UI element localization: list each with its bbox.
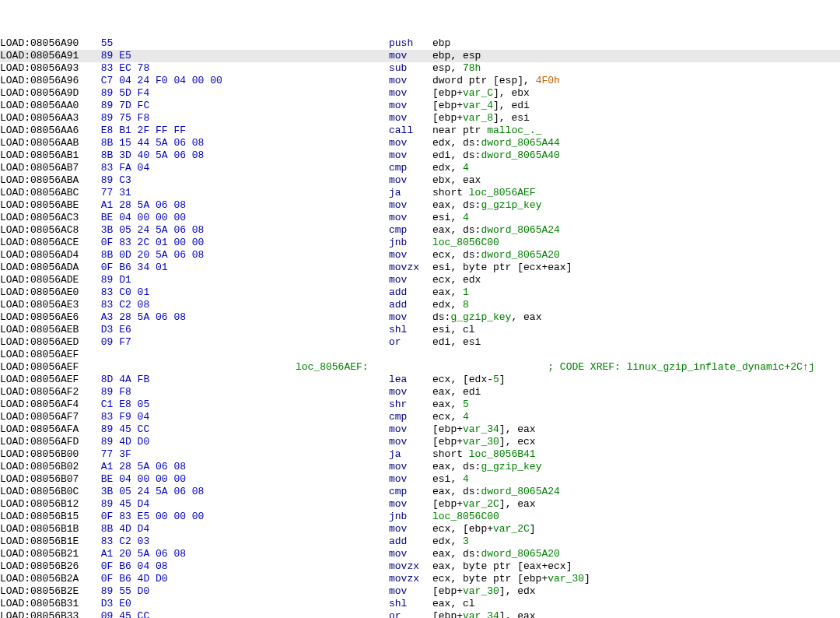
disasm-line[interactable]: LOAD:08056AF4 C1 E8 05shreax, 5 [0, 399, 840, 411]
mnemonic: mov [389, 473, 432, 486]
disasm-line[interactable]: LOAD:08056A9D 89 5D F4mov[ebp+var_C], eb… [0, 87, 840, 100]
disasm-line[interactable]: LOAD:08056AA0 89 7D FCmov[ebp+var_4], ed… [0, 100, 840, 112]
disasm-line[interactable]: LOAD:08056ADE 89 D1movecx, edx [0, 274, 840, 286]
opcode-bytes: C7 04 24 F0 04 00 00 [95, 75, 296, 87]
disasm-line[interactable]: LOAD:08056AC8 3B 05 24 5A 06 08cmpeax, d… [0, 224, 840, 237]
disasm-line[interactable]: LOAD:08056B02 A1 28 5A 06 08moveax, ds:g… [0, 461, 840, 473]
operands: short loc_8056B41 [432, 448, 840, 461]
disasm-line[interactable]: LOAD:08056AEF [0, 349, 840, 361]
opcode-bytes: 83 F9 04 [95, 411, 296, 423]
address-label: LOAD:08056A91 [0, 50, 95, 62]
address-label: LOAD:08056ABE [0, 199, 95, 212]
operands: loc_8056C00 [432, 511, 840, 523]
operands: ecx, edx [432, 274, 840, 286]
disasm-line[interactable]: LOAD:08056B2A 0F B6 4D D0movzxecx, byte … [0, 573, 840, 585]
operands: ecx, [edx-5] [432, 374, 840, 386]
address-label: LOAD:08056AEF [0, 349, 95, 361]
opcode-bytes: 83 FA 04 [95, 162, 296, 174]
disasm-line[interactable]: LOAD:08056AEF loc_8056AEF: ; CODE XREF: … [0, 361, 840, 374]
disasm-line[interactable]: LOAD:08056B0C 3B 05 24 5A 06 08cmpeax, d… [0, 486, 840, 498]
address-label: LOAD:08056AD4 [0, 249, 95, 262]
disasm-line[interactable]: LOAD:08056AF7 83 F9 04cmpecx, 4 [0, 411, 840, 423]
mnemonic: mov [389, 461, 432, 473]
disasm-line[interactable]: LOAD:08056AB7 83 FA 04cmpedx, 4 [0, 162, 840, 174]
mnemonic: mov [389, 75, 432, 87]
disasm-line[interactable]: LOAD:08056AA3 89 75 F8mov[ebp+var_8], es… [0, 112, 840, 125]
address-label: LOAD:08056A90 [0, 37, 95, 50]
disasm-line[interactable]: LOAD:08056A91 89 E5movebp, esp [0, 50, 840, 62]
disasm-line[interactable]: LOAD:08056B07 BE 04 00 00 00movesi, 4 [0, 473, 840, 486]
address-label: LOAD:08056B2A [0, 573, 95, 585]
operands: [ebp+var_C], ebx [432, 87, 840, 100]
operands: [ebp+var_8], esi [432, 112, 840, 125]
mnemonic: lea [389, 374, 432, 386]
disassembly-listing[interactable]: LOAD:08056A90 55pushebpLOAD:08056A91 89 … [0, 37, 840, 618]
mnemonic [389, 361, 432, 374]
opcode-bytes: BE 04 00 00 00 [95, 212, 296, 224]
disasm-line[interactable]: LOAD:08056AE0 83 C0 01addeax, 1 [0, 286, 840, 299]
disasm-line[interactable]: LOAD:08056AA6 E8 B1 2F FF FFcallnear ptr… [0, 125, 840, 137]
operands: [ebp+var_2C], eax [432, 498, 840, 511]
mnemonic: mov [389, 50, 432, 62]
location-label [296, 224, 389, 237]
disasm-line[interactable]: LOAD:08056A96 C7 04 24 F0 04 00 00movdwo… [0, 75, 840, 87]
operands: [ebp+var_34], eax [432, 423, 840, 436]
disasm-line[interactable]: LOAD:08056AEF 8D 4A FBleaecx, [edx-5] [0, 374, 840, 386]
mnemonic: or [389, 610, 432, 618]
disasm-line[interactable]: LOAD:08056AE6 A3 28 5A 06 08movds:g_gzip… [0, 311, 840, 324]
disasm-line[interactable]: LOAD:08056AB1 8B 3D 40 5A 06 08movedi, d… [0, 149, 840, 162]
disasm-line[interactable]: LOAD:08056AFD 89 4D D0mov[ebp+var_30], e… [0, 436, 840, 448]
disasm-line[interactable]: LOAD:08056AF2 89 F8moveax, edi [0, 386, 840, 399]
disasm-line[interactable]: LOAD:08056B1B 8B 4D D4movecx, [ebp+var_2… [0, 523, 840, 535]
disasm-line[interactable]: LOAD:08056A93 83 EC 78subesp, 78h [0, 62, 840, 75]
operands: edx, 8 [432, 299, 840, 311]
disasm-line[interactable]: LOAD:08056ACE 0F 83 2C 01 00 00jnbloc_80… [0, 237, 840, 249]
operands: [ebp+var_34], eax [432, 610, 840, 618]
mnemonic: mov [389, 112, 432, 125]
operands: [ebp+var_4], edi [432, 100, 840, 112]
disasm-line[interactable]: LOAD:08056B33 09 45 CCor[ebp+var_34], ea… [0, 610, 840, 618]
operands: eax, 1 [432, 286, 840, 299]
disasm-line[interactable]: LOAD:08056B00 77 3Fjashort loc_8056B41 [0, 448, 840, 461]
operands: ecx, [ebp+var_2C] [432, 523, 840, 535]
disasm-line[interactable]: LOAD:08056B21 A1 20 5A 06 08moveax, ds:d… [0, 548, 840, 560]
operands: eax, ds:g_gzip_key [432, 199, 840, 212]
opcode-bytes: C1 E8 05 [95, 399, 296, 411]
disasm-line[interactable]: LOAD:08056AD4 8B 0D 20 5A 06 08movecx, d… [0, 249, 840, 262]
address-label: LOAD:08056AF7 [0, 411, 95, 423]
disasm-line[interactable]: LOAD:08056AC3 BE 04 00 00 00movesi, 4 [0, 212, 840, 224]
disasm-line[interactable]: LOAD:08056B31 D3 E0shleax, cl [0, 598, 840, 610]
disasm-line[interactable]: LOAD:08056AAB 8B 15 44 5A 06 08movedx, d… [0, 137, 840, 149]
disasm-line[interactable]: LOAD:08056B1E 83 C2 03addedx, 3 [0, 535, 840, 548]
operands: ; CODE XREF: linux_gzip_inflate_dynamic+… [432, 361, 840, 374]
address-label: LOAD:08056B1B [0, 523, 95, 535]
disasm-line[interactable]: LOAD:08056AFA 89 45 CCmov[ebp+var_34], e… [0, 423, 840, 436]
disasm-line[interactable]: LOAD:08056ADA 0F B6 34 01movzxesi, byte … [0, 262, 840, 274]
disasm-line[interactable]: LOAD:08056AEB D3 E6shlesi, cl [0, 324, 840, 336]
disasm-line[interactable]: LOAD:08056AED 09 F7oredi, esi [0, 336, 840, 349]
location-label [296, 324, 389, 336]
mnemonic: mov [389, 523, 432, 535]
location-label [296, 411, 389, 423]
opcode-bytes: 77 31 [95, 187, 296, 199]
disasm-line[interactable]: LOAD:08056A90 55pushebp [0, 37, 840, 50]
opcode-bytes: 89 C3 [95, 174, 296, 187]
disasm-line[interactable]: LOAD:08056ABA 89 C3movebx, eax [0, 174, 840, 187]
disasm-line[interactable]: LOAD:08056B12 89 45 D4mov[ebp+var_2C], e… [0, 498, 840, 511]
location-label [296, 125, 389, 137]
disasm-line[interactable]: LOAD:08056B2E 89 55 D0mov[ebp+var_30], e… [0, 585, 840, 598]
disasm-line[interactable]: LOAD:08056ABC 77 31jashort loc_8056AEF [0, 187, 840, 199]
disasm-line[interactable]: LOAD:08056B26 0F B6 04 08movzxeax, byte … [0, 560, 840, 573]
operands: loc_8056C00 [432, 237, 840, 249]
address-label: LOAD:08056AE0 [0, 286, 95, 299]
disasm-line[interactable]: LOAD:08056AE3 83 C2 08addedx, 8 [0, 299, 840, 311]
address-label: LOAD:08056ADE [0, 274, 95, 286]
location-label [296, 548, 389, 560]
disasm-line[interactable]: LOAD:08056ABE A1 28 5A 06 08moveax, ds:g… [0, 199, 840, 212]
location-label [296, 585, 389, 598]
disasm-line[interactable]: LOAD:08056B15 0F 83 E5 00 00 00jnbloc_80… [0, 511, 840, 523]
opcode-bytes: 77 3F [95, 448, 296, 461]
location-label [296, 199, 389, 212]
address-label: LOAD:08056AFD [0, 436, 95, 448]
opcode-bytes: 89 D1 [95, 274, 296, 286]
